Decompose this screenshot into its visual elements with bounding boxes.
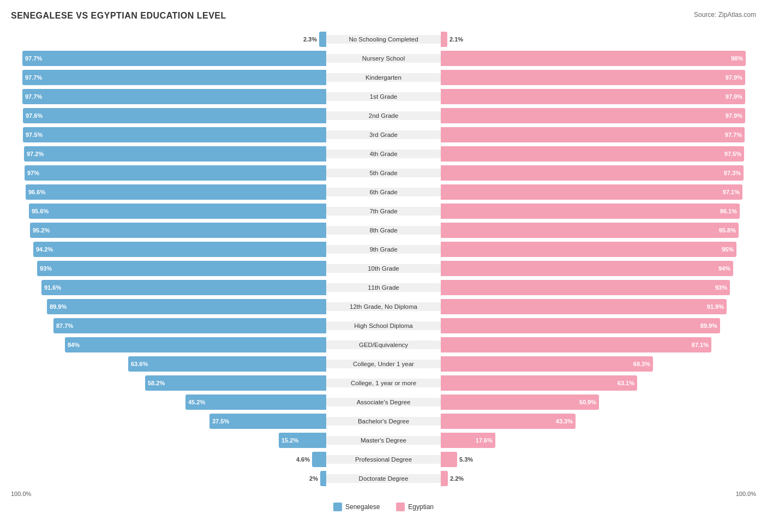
bar-left-container: 58.2% bbox=[11, 375, 326, 391]
bar-value-right: 2.1% bbox=[450, 36, 463, 43]
bar-value-left: 63.6% bbox=[128, 361, 148, 367]
bar-left-container: 97.2% bbox=[11, 146, 326, 162]
bar-row: 97%5th Grade97.3% bbox=[11, 164, 756, 182]
bar-value-right: 97.9% bbox=[726, 93, 745, 100]
bar-pink: 97.3% bbox=[441, 165, 744, 181]
bar-right-container: 87.1% bbox=[441, 337, 756, 352]
bar-right-container: 97.3% bbox=[441, 165, 756, 181]
bar-value-left: 97% bbox=[25, 170, 39, 176]
bar-pink: 97.7% bbox=[441, 127, 745, 142]
bar-value-right: 93% bbox=[715, 284, 730, 291]
bar-value-right: 17.6% bbox=[476, 437, 495, 444]
bar-pink bbox=[441, 471, 448, 486]
bar-blue: 95.2% bbox=[30, 223, 326, 238]
bar-right-container: 43.3% bbox=[441, 414, 756, 429]
bar-value-left: 97.7% bbox=[22, 55, 42, 62]
bar-right-container: 50.9% bbox=[441, 394, 756, 410]
bar-left-container: 2% bbox=[11, 471, 326, 486]
bar-blue: 95.6% bbox=[29, 204, 326, 219]
bar-label: 12th Grade, No Diploma bbox=[326, 302, 441, 311]
bar-value-right: 97.9% bbox=[726, 112, 745, 119]
bar-pink: 98% bbox=[441, 51, 746, 66]
bar-right-container: 97.9% bbox=[441, 89, 756, 104]
bar-pink: 97.1% bbox=[441, 184, 742, 200]
bar-value-left: 2.3% bbox=[303, 36, 317, 43]
bar-right-container: 97.9% bbox=[441, 70, 756, 85]
bar-pink: 87.1% bbox=[441, 337, 711, 352]
bar-label: Kindergarten bbox=[326, 73, 441, 82]
bar-blue: 97.7% bbox=[22, 51, 326, 66]
bar-blue: 89.9% bbox=[47, 299, 326, 314]
axis-left: 100.0% bbox=[11, 491, 326, 497]
bar-label: No Schooling Completed bbox=[326, 35, 441, 44]
bar-left-container: 91.6% bbox=[11, 280, 326, 295]
bar-right-container: 96.1% bbox=[441, 204, 756, 219]
bar-row: 58.2%College, 1 year or more63.1% bbox=[11, 374, 756, 392]
bar-row: 97.5%3rd Grade97.7% bbox=[11, 126, 756, 144]
bar-blue: 91.6% bbox=[41, 280, 326, 295]
bar-pink: 89.9% bbox=[441, 318, 720, 333]
bar-label: 7th Grade bbox=[326, 207, 441, 216]
legend-label-egyptian: Egyptian bbox=[408, 503, 434, 511]
bar-label: College, Under 1 year bbox=[326, 360, 441, 368]
bar-row: 97.7%Kindergarten97.9% bbox=[11, 69, 756, 86]
bar-blue bbox=[312, 452, 326, 467]
bar-blue: 97.7% bbox=[22, 70, 326, 85]
bar-value-left: 84% bbox=[65, 342, 80, 348]
bar-left-container: 95.2% bbox=[11, 223, 326, 238]
bar-value-left: 91.6% bbox=[41, 284, 61, 291]
bar-left-container: 95.6% bbox=[11, 204, 326, 219]
bar-value-right: 68.3% bbox=[633, 361, 653, 367]
axis-right: 100.0% bbox=[441, 491, 756, 497]
bar-value-left: 95.6% bbox=[29, 208, 49, 214]
bar-pink: 94% bbox=[441, 261, 733, 276]
bar-row: 15.2%Master's Degree17.6% bbox=[11, 432, 756, 449]
bar-value-right: 97.5% bbox=[724, 151, 744, 157]
bar-right-container: 2.2% bbox=[441, 471, 756, 486]
bar-pink: 97.9% bbox=[441, 70, 745, 85]
chart-title: SENEGALESE VS EGYPTIAN EDUCATION LEVEL bbox=[11, 11, 226, 21]
bar-row: 96.6%6th Grade97.1% bbox=[11, 183, 756, 201]
legend-label-senegalese: Senegalese bbox=[345, 503, 380, 511]
bar-label: GED/Equivalency bbox=[326, 340, 441, 349]
bar-right-container: 98% bbox=[441, 51, 756, 66]
bar-right-container: 97.1% bbox=[441, 184, 756, 200]
bar-right-container: 63.1% bbox=[441, 375, 756, 391]
bar-value-right: 89.9% bbox=[700, 322, 720, 329]
bar-row: 2%Doctorate Degree2.2% bbox=[11, 470, 756, 487]
bar-row: 45.2%Associate's Degree50.9% bbox=[11, 393, 756, 411]
bar-left-container: 97.5% bbox=[11, 127, 326, 142]
bar-right-container: 95.8% bbox=[441, 223, 756, 238]
bar-blue: 96.6% bbox=[26, 184, 326, 200]
bar-blue: 93% bbox=[37, 261, 326, 276]
bar-left-container: 37.5% bbox=[11, 414, 326, 429]
bar-value-right: 63.1% bbox=[618, 380, 637, 386]
bar-value-left: 58.2% bbox=[145, 380, 165, 386]
bar-blue bbox=[320, 471, 326, 486]
bar-row: 91.6%11th Grade93% bbox=[11, 279, 756, 296]
bar-blue: 97.6% bbox=[23, 108, 326, 123]
bar-left-container: 97.6% bbox=[11, 108, 326, 123]
bar-value-right: 5.3% bbox=[459, 456, 473, 463]
bar-right-container: 95% bbox=[441, 242, 756, 257]
bar-value-left: 87.7% bbox=[53, 322, 73, 329]
bar-label: 3rd Grade bbox=[326, 130, 441, 139]
bar-row: 4.6%Professional Degree5.3% bbox=[11, 451, 756, 468]
bar-row: 87.7%High School Diploma89.9% bbox=[11, 317, 756, 334]
bar-right-container: 91.9% bbox=[441, 299, 756, 314]
bar-value-right: 50.9% bbox=[579, 399, 599, 405]
bar-row: 97.7%1st Grade97.9% bbox=[11, 88, 756, 105]
axis-row: 100.0% 100.0% bbox=[11, 491, 756, 497]
axis-center bbox=[326, 491, 440, 497]
bar-label: Nursery School bbox=[326, 54, 441, 63]
bar-pink: 96.1% bbox=[441, 204, 740, 219]
bar-value-right: 97.3% bbox=[724, 170, 744, 176]
bar-value-left: 37.5% bbox=[209, 418, 229, 425]
bar-label: 6th Grade bbox=[326, 188, 441, 196]
bar-pink bbox=[441, 452, 457, 467]
bar-pink: 93% bbox=[441, 280, 730, 295]
bar-value-right: 87.1% bbox=[692, 342, 711, 348]
bar-row: 94.2%9th Grade95% bbox=[11, 241, 756, 258]
bar-value-left: 2% bbox=[309, 475, 318, 482]
bar-row: 95.6%7th Grade96.1% bbox=[11, 202, 756, 220]
